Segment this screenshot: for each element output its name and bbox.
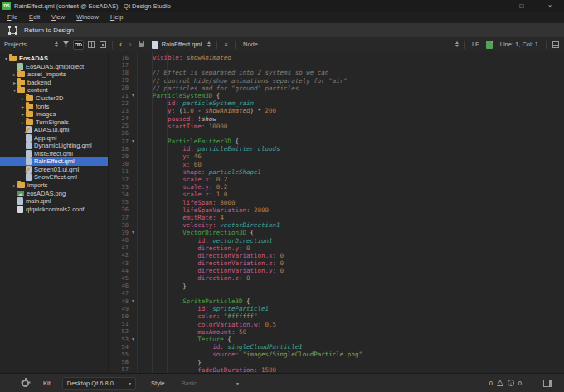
kit-settings-gear-icon[interactable] [22, 380, 29, 387]
code-line[interactable]: 26 [109, 130, 564, 138]
code-line[interactable]: 38 velocity: vectorDirection1 [109, 221, 564, 229]
tree-item[interactable]: qtquickcontrols2.conf [0, 205, 108, 213]
tree-item[interactable]: App.qml [0, 133, 108, 142]
code-line[interactable]: 31 shape: particleShape1 [109, 168, 564, 176]
code-line[interactable]: 48▾ SpriteParticle3D { [109, 298, 564, 305]
code-line[interactable]: 23 y: (1.0 - showAnimated) * 200 [109, 107, 564, 114]
code-line[interactable]: 16 visible: showAnimated [109, 54, 564, 61]
code-line[interactable]: 20 // particles and for "ground" particl… [109, 85, 564, 92]
code-line[interactable]: 30 x: 60 [109, 161, 564, 168]
style-selector[interactable]: Basic ▾ [177, 377, 244, 390]
forward-button[interactable]: › [125, 41, 134, 49]
close-button[interactable]: × [536, 0, 564, 12]
expand-chevron-icon[interactable]: ▸ [20, 95, 26, 101]
split-pane-icon[interactable] [88, 41, 95, 48]
tree-item[interactable]: RainEffect.qml [0, 157, 108, 166]
code-line[interactable]: 45 direction.z: 0 [109, 274, 564, 282]
code-line[interactable]: 44 directionVariation.y: 0 [109, 267, 564, 274]
code-editor[interactable]: 16 visible: showAnimated1718 // Effect i… [109, 52, 564, 373]
code-line[interactable]: 19 // control hide/show animations separ… [109, 77, 564, 85]
menu-help[interactable]: Help [105, 12, 129, 23]
tree-item[interactable]: DynamicLighting.qml [0, 142, 108, 150]
close-document-button[interactable]: × [221, 41, 231, 48]
open-document-combo[interactable]: RainEffect.qml [162, 41, 202, 48]
expand-chevron-icon[interactable]: ▸ [20, 104, 26, 109]
tree-item[interactable]: Screen01.ui.qml [0, 166, 108, 174]
menu-window[interactable]: Window [70, 12, 105, 23]
code-line[interactable]: 51 colorVariation.w: 0.5 [109, 321, 564, 328]
return-to-design-button[interactable]: Return to Design [24, 27, 74, 34]
kit-selector[interactable]: Desktop Qt 6.8.0 ▾ [62, 377, 136, 390]
code-line[interactable]: 43 directionVariation.z: 0 [109, 259, 564, 267]
expand-chevron-icon[interactable]: ▾ [12, 87, 17, 93]
expand-chevron-icon[interactable]: ▸ [12, 182, 17, 188]
tree-item[interactable]: EosADAS.qmlproject [0, 63, 108, 71]
expand-chevron-icon[interactable]: ▸ [12, 71, 17, 77]
projects-combo[interactable]: Projects [0, 41, 52, 48]
tree-item[interactable]: ▸Cluster2D [0, 94, 108, 103]
filter-icon[interactable] [63, 41, 69, 47]
code-line[interactable]: 24 paused: !show [109, 115, 564, 123]
code-line[interactable]: 27▾ ParticleEmitter3D { [109, 138, 564, 145]
code-line[interactable]: 18 // Effect is separated into 2 systems… [109, 69, 564, 76]
code-line[interactable]: 47 [109, 290, 564, 298]
tree-item[interactable]: ▾EosADAS [0, 55, 108, 63]
maximize-button[interactable]: □ [508, 0, 536, 12]
expand-chevron-icon[interactable]: ▸ [20, 119, 26, 125]
line-ending-indicator[interactable]: LF [469, 41, 483, 48]
code-line[interactable]: 50 color: "#ffffff" [109, 312, 564, 320]
tree-item[interactable]: main.qml [0, 197, 108, 206]
tree-item[interactable]: ▸asset_imports [0, 70, 108, 79]
code-line[interactable]: 53▾ Texture { [109, 336, 564, 343]
document-combo-arrows-icon[interactable] [207, 41, 211, 47]
tree-item[interactable]: ADAS.ui.qml [0, 126, 108, 134]
code-line[interactable]: 21▾ ParticleSystem3D { [109, 92, 564, 99]
code-line[interactable]: 56 } [109, 359, 564, 366]
sync-with-editor-icon[interactable] [73, 40, 84, 50]
code-line[interactable]: 49 id: spriteParticle1 [109, 305, 564, 312]
code-line[interactable]: 29 y: 46 [109, 152, 564, 160]
code-line[interactable]: 32 scale.x: 0.2 [109, 176, 564, 183]
tree-item[interactable]: ▸images [0, 110, 108, 119]
code-line[interactable]: 41 direction.y: 0 [109, 244, 564, 252]
sort-arrows-icon[interactable] [455, 41, 459, 47]
close-pane-icon[interactable] [100, 41, 106, 48]
code-line[interactable]: 52 maxAmount: 50 [109, 328, 564, 336]
code-line[interactable]: 37 emitRate: 4 [109, 214, 564, 221]
tree-item[interactable]: ▸fonts [0, 102, 108, 110]
minimize-button[interactable]: – [479, 0, 508, 12]
tree-item[interactable]: ▾content [0, 86, 108, 94]
tree-item[interactable]: ▸backend [0, 79, 108, 87]
output-panel-toggle-icon[interactable] [543, 380, 552, 387]
tree-item[interactable]: ▸imports [0, 181, 108, 190]
warning-icon[interactable] [497, 380, 503, 386]
menu-view[interactable]: View [46, 12, 70, 23]
menu-file[interactable]: File [2, 12, 23, 23]
combo-arrows-icon[interactable] [55, 41, 58, 47]
code-line[interactable]: 36 lifeSpanVariation: 2000 [109, 206, 564, 214]
tree-item[interactable]: eosADAS.png [0, 189, 108, 197]
code-line[interactable]: 42 directionVariation.x: 0 [109, 252, 564, 259]
tree-item[interactable]: ▸TurnSignals [0, 118, 108, 126]
code-line[interactable]: 17 [109, 61, 564, 69]
code-line[interactable]: 25 startTime: 10000 [109, 123, 564, 130]
tree-item[interactable]: SnowEffect.qml [0, 173, 108, 181]
code-line[interactable]: 35 lifeSpan: 8000 [109, 199, 564, 206]
code-line[interactable]: 28 id: particleEmitter_clouds [109, 145, 564, 152]
code-line[interactable]: 40 id: vectorDirection1 [109, 237, 564, 244]
symbol-combo[interactable]: Node [239, 41, 262, 48]
expand-chevron-icon[interactable]: ▸ [12, 80, 17, 85]
code-line[interactable]: 57 fadeOutDuration: 1500 [109, 366, 564, 373]
back-button[interactable]: ‹ [116, 41, 125, 49]
menu-edit[interactable]: Edit [23, 12, 46, 23]
code-line[interactable]: 22 id: particleSystem_rain [109, 99, 564, 107]
code-line[interactable]: 54 id: singleCloudParticle1 [109, 343, 564, 351]
split-editor-icon[interactable] [552, 41, 559, 48]
info-icon[interactable]: i [508, 380, 514, 386]
code-line[interactable]: 33 scale.y: 0.2 [109, 183, 564, 191]
code-line[interactable]: 39▾ VectorDirection3D { [109, 229, 564, 236]
tree-item[interactable]: MistEffect.qml [0, 150, 108, 158]
code-line[interactable]: 55 source: "images/SingleCloudParticle.p… [109, 351, 564, 358]
expand-chevron-icon[interactable]: ▾ [3, 56, 9, 61]
code-line[interactable]: 34 scale.z: 1.0 [109, 191, 564, 198]
